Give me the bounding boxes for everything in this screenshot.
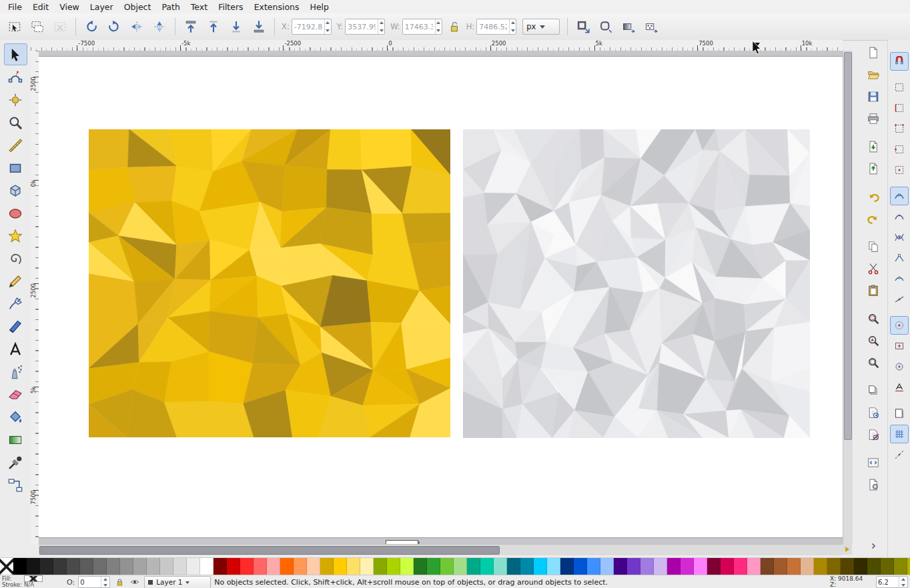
palette-swatch[interactable] (334, 558, 347, 575)
tool-rectangle[interactable] (4, 157, 27, 179)
canvas[interactable] (39, 51, 843, 544)
palette-swatch[interactable] (534, 558, 547, 575)
palette-swatch[interactable] (80, 558, 93, 575)
palette-swatch[interactable] (53, 558, 67, 575)
palette-swatch[interactable] (173, 558, 187, 575)
palette-swatch[interactable] (547, 558, 560, 575)
cut-button[interactable] (863, 259, 883, 279)
palette-swatch[interactable] (254, 558, 267, 575)
tool-gradient[interactable] (4, 429, 27, 451)
palette-swatch[interactable] (881, 558, 894, 575)
unlink-clone-button[interactable] (863, 425, 883, 445)
export-bitmap-button[interactable] (863, 159, 883, 179)
opacity-field[interactable] (78, 576, 110, 588)
palette-swatch[interactable] (721, 558, 734, 575)
gray-low-poly-image[interactable] (463, 129, 810, 438)
opacity-input[interactable] (79, 579, 100, 586)
palette-swatch[interactable] (374, 558, 387, 575)
palette-swatch[interactable] (67, 558, 80, 575)
palette-swatch[interactable] (440, 558, 454, 575)
palette-swatch[interactable] (427, 558, 440, 575)
zoom-field[interactable] (876, 576, 908, 588)
lower-button[interactable] (225, 16, 247, 37)
palette-swatch[interactable] (414, 558, 427, 575)
palette-swatch[interactable] (734, 558, 747, 575)
palette-swatch[interactable] (13, 558, 27, 575)
palette-swatch[interactable] (120, 558, 133, 575)
vertical-scrollbar[interactable] (843, 51, 853, 544)
menu-edit[interactable]: Edit (27, 1, 54, 13)
paste-button[interactable] (863, 281, 883, 301)
spin-buttons[interactable] (509, 19, 516, 34)
y-input[interactable] (346, 23, 378, 31)
spin-buttons[interactable] (435, 19, 442, 34)
create-clone-button[interactable] (863, 403, 883, 423)
print-document-button[interactable] (863, 109, 883, 129)
palette-swatch[interactable] (707, 558, 721, 575)
snap-paths-button[interactable] (890, 207, 909, 226)
snap-bbox-corners-button[interactable] (890, 119, 909, 138)
palette-swatch[interactable] (347, 558, 360, 575)
palette-swatch[interactable] (694, 558, 707, 575)
palette-swatch[interactable] (827, 558, 841, 575)
scale-corners-button[interactable] (595, 16, 616, 37)
snap-path-intersections-button[interactable] (890, 228, 909, 247)
new-document-button[interactable] (863, 43, 883, 63)
palette-swatch[interactable] (640, 558, 654, 575)
zoom-input[interactable] (877, 579, 898, 586)
menu-file[interactable]: File (3, 1, 27, 13)
snap-page-border-button[interactable] (890, 404, 909, 423)
w-entry[interactable] (402, 19, 442, 35)
fill-stroke-indicator[interactable]: Fill: Stroke: N/A (2, 575, 63, 588)
spin-buttons[interactable] (378, 19, 384, 34)
palette-swatch[interactable] (160, 558, 173, 575)
rotate-ccw-button[interactable] (81, 16, 102, 37)
duplicate-button[interactable] (863, 381, 883, 401)
zoom-spin-buttons[interactable] (899, 577, 907, 587)
palette-swatch[interactable] (27, 558, 40, 575)
layer-lock-toggle[interactable] (113, 577, 125, 587)
zoom-page-button[interactable] (863, 353, 883, 373)
tool-dropper[interactable] (4, 451, 27, 473)
raise-button[interactable] (203, 16, 224, 37)
menu-layer[interactable]: Layer (85, 1, 119, 13)
palette-swatch[interactable] (854, 558, 867, 575)
import-bitmap-button[interactable] (863, 137, 883, 157)
palette-swatch[interactable] (187, 558, 200, 575)
palette-swatch[interactable] (280, 558, 294, 575)
horizontal-ruler[interactable]: -7500-5k-2500025005k750010k (31, 40, 843, 51)
palette-swatch[interactable] (801, 558, 814, 575)
scale-stroke-button[interactable] (572, 16, 594, 37)
palette-swatch[interactable] (294, 558, 307, 575)
scroll-corner-button[interactable] (843, 544, 852, 555)
tool-paint-bucket[interactable] (4, 406, 27, 428)
snap-bounding-box-button[interactable] (890, 78, 909, 97)
palette-swatch[interactable] (627, 558, 640, 575)
snap-enable-button[interactable] (890, 52, 909, 71)
yellow-low-poly-image[interactable] (89, 129, 450, 437)
deselect-button[interactable] (49, 16, 71, 37)
palette-swatch[interactable] (867, 558, 881, 575)
tool-spray[interactable] (4, 361, 27, 383)
palette-swatch[interactable] (240, 558, 254, 575)
palette-swatch[interactable] (894, 558, 907, 575)
palette-swatch[interactable] (587, 558, 600, 575)
lower-to-bottom-button[interactable] (248, 16, 270, 37)
snap-text-baseline-button[interactable] (890, 378, 909, 397)
tool-box3d[interactable] (4, 179, 27, 201)
xml-editor-button[interactable] (863, 453, 883, 473)
tool-pen[interactable] (4, 293, 27, 315)
palette-swatch[interactable] (761, 558, 774, 575)
undo-button[interactable] (863, 187, 883, 207)
tool-node[interactable] (4, 66, 27, 88)
redo-button[interactable] (863, 209, 883, 229)
tool-connector[interactable] (4, 474, 27, 496)
snap-bbox-edge-midpoints-button[interactable] (890, 140, 909, 159)
menu-extensions[interactable]: Extensions (249, 1, 305, 13)
menu-text[interactable]: Text (185, 1, 213, 13)
lock-ratio-button[interactable] (446, 18, 463, 35)
snap-cusp-nodes-button[interactable] (890, 249, 909, 267)
palette-swatch[interactable] (360, 558, 374, 575)
commands-overflow-button[interactable] (863, 536, 883, 556)
tool-tweak[interactable] (4, 89, 27, 111)
